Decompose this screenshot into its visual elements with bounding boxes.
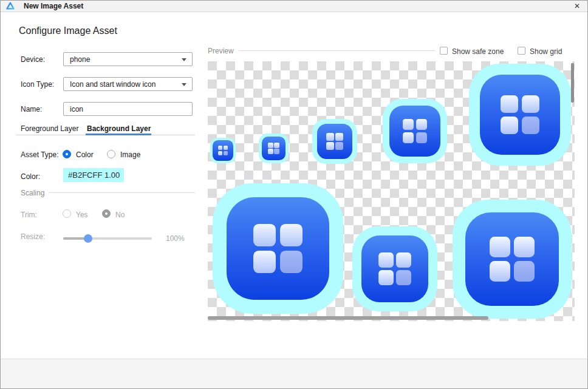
- icon-tile: [416, 119, 427, 130]
- name-label: Name:: [21, 105, 42, 113]
- color-value-field[interactable]: #B2FCFF 1.00: [63, 168, 124, 182]
- tab-background-layer[interactable]: Background Layer: [87, 124, 151, 133]
- resize-slider-handle[interactable]: [84, 234, 92, 243]
- icon-tile: [326, 133, 334, 141]
- asset-type-color-label[interactable]: Color: [76, 151, 94, 159]
- icon-tile: [335, 133, 343, 141]
- app-grid-icon: [210, 138, 236, 163]
- icon-foreground: [262, 137, 285, 160]
- app-grid-icon: [312, 119, 357, 164]
- icon-foreground: [361, 235, 429, 303]
- app-grid-icon: [453, 200, 572, 319]
- deveco-studio-icon: [6, 2, 15, 10]
- icon-tile: [378, 252, 393, 267]
- asset-type-label: Asset Type:: [21, 151, 58, 159]
- icon-tiles: [326, 133, 343, 150]
- icon-tile: [501, 117, 518, 134]
- chevron-down-icon: [182, 58, 186, 61]
- window-title: New Image Asset: [24, 2, 83, 10]
- scaling-section-label: Scaling: [21, 189, 44, 197]
- horizontal-scrollbar[interactable]: [208, 316, 488, 320]
- preview-divider: [239, 50, 436, 51]
- device-dropdown[interactable]: phone: [63, 52, 193, 66]
- icon-tile-accent: [224, 151, 228, 155]
- icon-tile: [224, 146, 228, 150]
- show-grid-checkbox[interactable]: [518, 47, 525, 55]
- icon-tile-accent: [335, 142, 343, 150]
- icon-type-dropdown[interactable]: Icon and start window icon: [63, 77, 193, 91]
- chevron-down-icon: [182, 83, 186, 86]
- icon-tile-accent: [514, 261, 535, 282]
- app-grid-icon: [383, 99, 447, 163]
- icon-tile: [268, 143, 273, 147]
- icon-foreground: [227, 197, 330, 300]
- icon-tiles: [490, 237, 535, 282]
- preview-canvas: [208, 61, 575, 321]
- icon-foreground: [317, 124, 352, 159]
- resize-label: Resize:: [21, 232, 45, 241]
- icon-tile-accent: [280, 251, 303, 273]
- icon-tile: [253, 224, 276, 246]
- icon-tile: [326, 142, 334, 150]
- trim-no-radio: [102, 209, 111, 218]
- page-title: Configure Image Asset: [19, 25, 117, 36]
- icon-tiles: [378, 252, 411, 285]
- icon-type-dropdown-value: Icon and start window icon: [70, 80, 156, 89]
- icon-tile: [218, 151, 222, 155]
- device-dropdown-value: phone: [70, 55, 90, 64]
- icon-tile: [490, 261, 510, 282]
- tab-foreground-layer[interactable]: Foreground Layer: [21, 124, 78, 133]
- show-safe-zone-label[interactable]: Show safe zone: [452, 47, 504, 56]
- app-grid-icon: [213, 183, 343, 314]
- resize-slider-track[interactable]: [63, 237, 152, 240]
- trim-yes-label: Yes: [76, 211, 88, 219]
- icon-foreground: [465, 212, 559, 306]
- icon-tile: [280, 224, 303, 246]
- device-label: Device:: [21, 55, 45, 64]
- icon-tile: [501, 95, 518, 113]
- app-grid-icon: [469, 64, 571, 166]
- footer-bar: ? Cancel Previous Next: [1, 359, 587, 389]
- trim-yes-radio: [63, 209, 71, 218]
- icon-tile: [514, 237, 535, 257]
- name-input[interactable]: icon: [63, 102, 193, 116]
- resize-value: 100%: [166, 234, 185, 243]
- close-icon[interactable]: ✕: [572, 1, 583, 11]
- icon-tile-accent: [274, 149, 279, 154]
- scaling-divider: [49, 192, 195, 193]
- trim-label: Trim:: [21, 211, 37, 219]
- icon-tiles: [501, 95, 539, 134]
- vertical-scrollbar[interactable]: [571, 63, 574, 103]
- asset-type-color-radio[interactable]: [63, 150, 71, 158]
- color-label: Color:: [21, 172, 40, 181]
- show-safe-zone-checkbox[interactable]: [440, 47, 448, 55]
- show-grid-label[interactable]: Show grid: [530, 47, 562, 56]
- trim-no-label: No: [115, 211, 125, 219]
- icon-foreground: [389, 106, 440, 157]
- icon-tile: [403, 119, 414, 130]
- icon-tile: [268, 149, 273, 154]
- icon-tile: [490, 237, 510, 257]
- active-tab-underline: [86, 134, 151, 135]
- icon-tile: [396, 252, 411, 267]
- title-bar: New Image Asset ✕: [1, 1, 587, 12]
- icon-tiles: [403, 119, 427, 143]
- asset-type-image-radio[interactable]: [107, 150, 115, 158]
- new-image-asset-dialog: New Image Asset ✕ Configure Image Asset …: [0, 0, 588, 389]
- icon-tile: [403, 132, 414, 143]
- color-value-text: #B2FCFF 1.00: [68, 171, 120, 180]
- icon-tiles: [268, 143, 279, 154]
- app-grid-icon: [352, 226, 437, 311]
- icon-tile: [378, 270, 393, 285]
- icon-foreground: [213, 140, 233, 160]
- icon-tile-accent: [522, 117, 539, 134]
- icon-type-label: Icon Type:: [21, 80, 54, 89]
- icon-tile: [218, 146, 222, 150]
- icon-tile: [522, 95, 539, 113]
- icon-tiles: [253, 224, 303, 274]
- asset-type-image-label[interactable]: Image: [120, 151, 140, 159]
- icon-tile-accent: [416, 132, 427, 143]
- radio-dot: [66, 153, 68, 155]
- icon-foreground: [480, 75, 561, 155]
- icon-tiles: [218, 146, 228, 155]
